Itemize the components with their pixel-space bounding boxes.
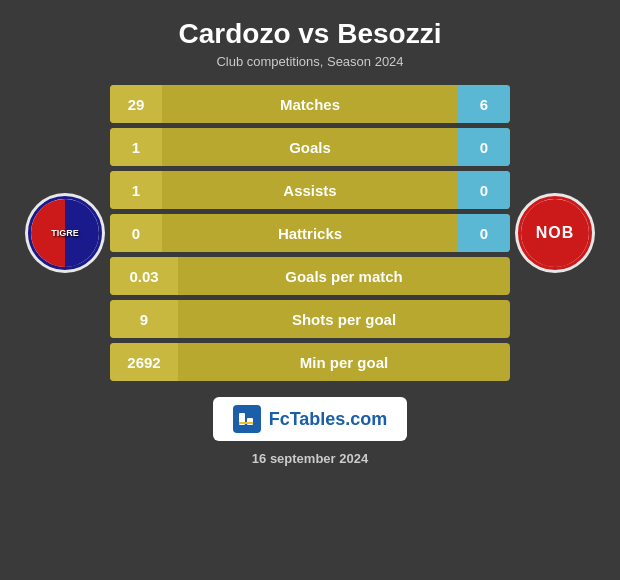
matches-label: Matches — [162, 96, 458, 113]
matches-right-val: 6 — [458, 85, 510, 123]
date-footer: 16 september 2024 — [252, 451, 368, 466]
hattricks-label: Hattricks — [162, 225, 458, 242]
hattricks-right-val: 0 — [458, 214, 510, 252]
stat-row-min-per-goal: 2692 Min per goal — [110, 343, 510, 381]
shots-per-goal-val: 9 — [110, 300, 178, 338]
goals-right-val: 0 — [458, 128, 510, 166]
stat-row-hattricks: 0 Hattricks 0 — [110, 214, 510, 252]
tigre-logo: TIGRE — [25, 193, 105, 273]
goals-label: Goals — [162, 139, 458, 156]
assists-right-val: 0 — [458, 171, 510, 209]
min-per-goal-val: 2692 — [110, 343, 178, 381]
stat-row-goals: 1 Goals 0 — [110, 128, 510, 166]
stat-row-assists: 1 Assists 0 — [110, 171, 510, 209]
main-content: TIGRE 29 Matches 6 1 Goals 0 1 Assists 0 — [20, 85, 600, 381]
left-team-logo: TIGRE — [20, 193, 110, 273]
goals-per-match-val: 0.03 — [110, 257, 178, 295]
assists-label: Assists — [162, 182, 458, 199]
right-team-logo: NOB — [510, 193, 600, 273]
stats-section: 29 Matches 6 1 Goals 0 1 Assists 0 0 Hat… — [110, 85, 510, 381]
stat-row-shots-per-goal: 9 Shots per goal — [110, 300, 510, 338]
hattricks-left-val: 0 — [110, 214, 162, 252]
svg-rect-3 — [239, 422, 253, 424]
tigre-text: TIGRE — [51, 228, 79, 239]
matches-left-val: 29 — [110, 85, 162, 123]
footer-logo-text: FcTables.com — [269, 409, 388, 430]
fctables-icon — [233, 405, 261, 433]
min-per-goal-label: Min per goal — [178, 354, 510, 371]
page-title: Cardozo vs Besozzi — [179, 18, 442, 50]
assists-left-val: 1 — [110, 171, 162, 209]
shots-per-goal-label: Shots per goal — [178, 311, 510, 328]
goals-left-val: 1 — [110, 128, 162, 166]
nob-logo: NOB — [515, 193, 595, 273]
subtitle: Club competitions, Season 2024 — [216, 54, 403, 69]
stat-row-matches: 29 Matches 6 — [110, 85, 510, 123]
stat-row-goals-per-match: 0.03 Goals per match — [110, 257, 510, 295]
goals-per-match-label: Goals per match — [178, 268, 510, 285]
footer-logo-container: FcTables.com — [213, 397, 408, 441]
card: Cardozo vs Besozzi Club competitions, Se… — [0, 0, 620, 580]
nob-text: NOB — [536, 224, 575, 242]
